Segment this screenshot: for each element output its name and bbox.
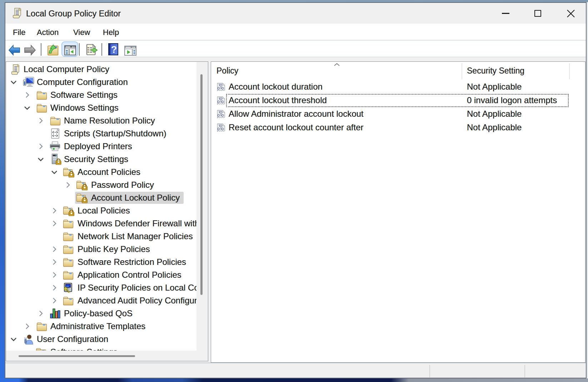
svg-text:?: ? [111, 44, 117, 55]
